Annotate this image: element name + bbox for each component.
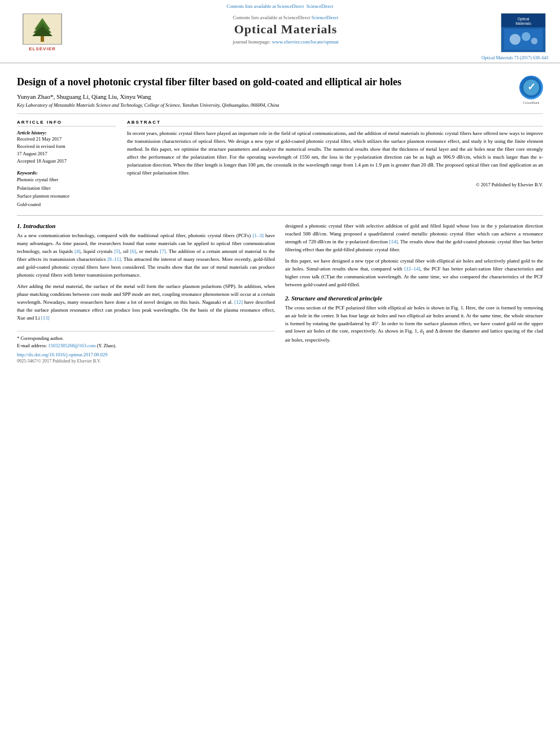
right-intro-text: designed a photonic crystal fiber with s… bbox=[285, 222, 543, 289]
revised-date: 17 August 2017 bbox=[17, 150, 116, 158]
copyright-line: © 2017 Published by Elsevier B.V. bbox=[127, 182, 543, 187]
revised-label: Received in revised form bbox=[17, 143, 116, 150]
email-label: E-mail address: bbox=[17, 343, 47, 348]
svg-text:✓: ✓ bbox=[527, 81, 536, 93]
sciencedirect-banner: Contents lists available at ScienceDirec… bbox=[11, 3, 549, 9]
elsevier-tree-image bbox=[23, 14, 62, 45]
email-link[interactable]: 15032385268@163.com bbox=[48, 343, 95, 348]
structure-body-text: The cross section of the PCF polarized f… bbox=[285, 304, 543, 344]
svg-point-12 bbox=[522, 32, 531, 41]
journal-name: Optical Materials bbox=[79, 22, 492, 37]
crossmark-label: CrossMark bbox=[519, 101, 543, 104]
article-history-block: Article history: Received 21 May 2017 Re… bbox=[17, 130, 116, 164]
accepted-date: Accepted 18 August 2017 bbox=[17, 158, 116, 165]
structure-heading: 2. Structure and theroretical principle bbox=[285, 295, 543, 302]
affiliation: Key Laboratory of Metastable Materials S… bbox=[17, 102, 543, 108]
intro-num: 1. bbox=[17, 222, 21, 229]
ref-link-5[interactable]: [5] bbox=[114, 248, 120, 254]
journal-badge-container: Optical Materials bbox=[498, 11, 549, 54]
received-date: Received 21 May 2017 bbox=[17, 136, 116, 143]
homepage-url[interactable]: www.elsevier.com/locate/optmat bbox=[272, 39, 339, 45]
ref-link-13[interactable]: [13] bbox=[41, 315, 50, 321]
sciencedirect-link[interactable]: ScienceDirect bbox=[307, 3, 334, 9]
crossmark-container: ✓ CrossMark bbox=[519, 76, 543, 99]
body-two-col: 1. Introduction As a new communication t… bbox=[17, 222, 543, 364]
page: Contents lists available at ScienceDirec… bbox=[0, 0, 560, 747]
body-right-col: designed a photonic crystal fiber with s… bbox=[285, 222, 543, 364]
ref-link-8-11[interactable]: [8–11] bbox=[107, 256, 121, 262]
structure-num: 2. bbox=[285, 295, 290, 302]
email-author-name: (Y. Zhao). bbox=[97, 343, 116, 348]
intro-body-text: As a new communication technology, compa… bbox=[17, 232, 275, 322]
intro-heading-text: Introduction bbox=[23, 222, 55, 229]
structure-heading-text: Structure and theroretical principle bbox=[291, 295, 382, 302]
history-label: Article history: bbox=[17, 130, 116, 136]
crossmark-svg: ✓ bbox=[520, 77, 542, 98]
authors: Yunyan Zhao*, Shuguang Li, Qiang Liu, Xi… bbox=[17, 93, 543, 100]
tree-svg bbox=[23, 14, 62, 45]
right-para1: designed a photonic crystal fiber with s… bbox=[285, 222, 543, 254]
keywords-list: Photonic crystal fiber Polarization filt… bbox=[17, 176, 116, 208]
journal-issue: Optical Materials 73 (2017) 638–641 bbox=[11, 54, 549, 63]
ref-link-4[interactable]: [4] bbox=[75, 248, 81, 254]
svg-rect-1 bbox=[41, 36, 44, 42]
ref-link-7[interactable]: [7] bbox=[160, 248, 166, 254]
article-title-section: Design of a novel photonic crystal fiber… bbox=[17, 68, 543, 114]
corresponding-label: * Corresponding author. bbox=[17, 335, 63, 341]
contents-label: Contents lists available at ScienceDirec… bbox=[227, 3, 304, 9]
svg-text:Optical: Optical bbox=[517, 16, 530, 21]
header-main: ELSEVIER Contents lists available at Sci… bbox=[11, 11, 549, 54]
structure-para1: The cross section of the PCF polarized f… bbox=[285, 304, 543, 344]
svg-point-13 bbox=[531, 37, 538, 44]
ref-link-12[interactable]: [12] bbox=[234, 299, 243, 305]
elsevier-logo: ELSEVIER bbox=[23, 14, 62, 51]
content-area: Design of a novel photonic crystal fiber… bbox=[0, 63, 560, 370]
contents-text: Contents lists available at ScienceDirec… bbox=[233, 15, 310, 20]
keywords-heading: Keywords: bbox=[17, 170, 116, 176]
keyword-4: Gold-coated bbox=[17, 200, 116, 208]
intro-para2: After adding the metal material, the sur… bbox=[17, 283, 275, 322]
journal-homepage: journal homepage: www.elsevier.com/locat… bbox=[79, 39, 492, 45]
article-info-col: ARTICLE INFO Article history: Received 2… bbox=[17, 120, 116, 208]
header-center: Contents lists available at ScienceDirec… bbox=[73, 11, 498, 54]
introduction-heading: 1. Introduction bbox=[17, 222, 275, 229]
abstract-heading: ABSTRACT bbox=[127, 120, 543, 126]
body-divider bbox=[17, 215, 543, 216]
email-note: E-mail address: 15032385268@163.com (Y. … bbox=[17, 342, 275, 350]
authors-text: Yunyan Zhao*, Shuguang Li, Qiang Liu, Xi… bbox=[17, 93, 151, 100]
elsevier-logo-container: ELSEVIER bbox=[11, 11, 73, 54]
keywords-block: Keywords: Photonic crystal fiber Polariz… bbox=[17, 170, 116, 208]
crossmark-icon: ✓ bbox=[519, 76, 543, 99]
article-info-heading: ARTICLE INFO bbox=[17, 120, 116, 126]
header: Contents lists available at ScienceDirec… bbox=[0, 0, 560, 63]
ref-link-1-3[interactable]: [1–3] bbox=[252, 233, 264, 238]
elsevier-label: ELSEVIER bbox=[29, 46, 56, 51]
ref-link-6[interactable]: [6] bbox=[130, 248, 136, 254]
footnote-section: * Corresponding author. E-mail address: … bbox=[17, 331, 275, 364]
right-para2: In this paper, we have designed a new ty… bbox=[285, 257, 543, 289]
article-title: Design of a novel photonic crystal fiber… bbox=[17, 76, 485, 89]
info-abstract-section: ARTICLE INFO Article history: Received 2… bbox=[17, 120, 543, 208]
keyword-1: Photonic crystal fiber bbox=[17, 176, 116, 184]
svg-text:Materials: Materials bbox=[515, 21, 531, 25]
abstract-text: In recent years, photonic crystal fibers… bbox=[127, 130, 543, 177]
contents-available: Contents lists available at ScienceDirec… bbox=[79, 15, 492, 20]
intro-para1: As a new communication technology, compa… bbox=[17, 232, 275, 279]
sciencedirect-link2[interactable]: ScienceDirect bbox=[312, 15, 339, 20]
ref-link-14[interactable]: [14] bbox=[390, 239, 398, 244]
ref-link-12-14[interactable]: [12–14] bbox=[404, 266, 421, 272]
svg-point-11 bbox=[510, 33, 520, 44]
homepage-label: journal homepage: bbox=[233, 39, 270, 45]
body-left-col: 1. Introduction As a new communication t… bbox=[17, 222, 275, 364]
keyword-2: Polarization filter bbox=[17, 184, 116, 192]
badge-svg: Optical Materials bbox=[501, 14, 546, 52]
abstract-col: ABSTRACT In recent years, photonic cryst… bbox=[127, 120, 543, 208]
keyword-3: Surface plasmon resonance bbox=[17, 192, 116, 200]
doi-link[interactable]: http://dx.doi.org/10.1016/j.optmat.2017.… bbox=[17, 352, 275, 357]
corresponding-author-note: * Corresponding author. bbox=[17, 335, 275, 342]
issn-publisher: 0925-3467/© 2017 Published by Elsevier B… bbox=[17, 359, 275, 364]
optical-materials-badge: Optical Materials bbox=[501, 13, 546, 53]
